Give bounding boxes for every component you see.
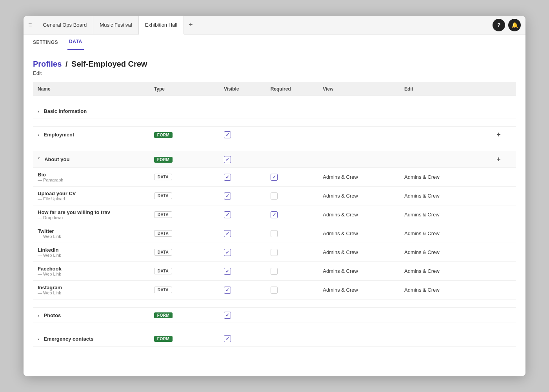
tab-music-festival[interactable]: Music Festival bbox=[93, 16, 138, 34]
field-cv-required[interactable] bbox=[266, 187, 318, 205]
section-photos-type: FORM bbox=[149, 308, 219, 323]
field-facebook-type: DATA bbox=[149, 262, 219, 281]
section-basic-information-action bbox=[481, 104, 516, 118]
tab-exhibition-hall[interactable]: Exhibition Hall bbox=[139, 16, 184, 34]
tab-data-label: DATA bbox=[69, 39, 82, 44]
section-emergency-contacts: › Emergency contacts FORM bbox=[33, 331, 516, 347]
plus-about-you[interactable]: + bbox=[486, 155, 511, 163]
notification-button[interactable]: 🔔 bbox=[508, 19, 521, 31]
field-bio-required[interactable] bbox=[266, 168, 318, 187]
breadcrumb-current: Self-Employed Crew bbox=[71, 60, 147, 68]
field-linkedin-visible[interactable] bbox=[219, 243, 266, 262]
plus-employment[interactable]: + bbox=[486, 131, 511, 139]
check-photos-visible[interactable] bbox=[224, 312, 231, 319]
table-header-row: Name Type Visible Required View Edit bbox=[33, 82, 516, 96]
col-header-view: View bbox=[318, 82, 400, 96]
tab-general-ops[interactable]: General Ops Board bbox=[36, 16, 93, 34]
section-about-you-required bbox=[266, 151, 318, 168]
check-about-you-visible[interactable] bbox=[224, 156, 231, 163]
check-cv-required[interactable] bbox=[271, 192, 278, 200]
field-facebook-visible[interactable] bbox=[219, 262, 266, 281]
check-instagram-visible[interactable] bbox=[224, 287, 231, 294]
section-employment-action[interactable]: + bbox=[481, 127, 516, 143]
section-about-you-edit bbox=[400, 151, 481, 168]
field-bio-action bbox=[481, 168, 516, 187]
check-travel-required[interactable] bbox=[271, 211, 278, 218]
tab-add-button[interactable]: + bbox=[184, 21, 198, 29]
row-travel: How far are you willing to trav — Dropdo… bbox=[33, 205, 516, 224]
breadcrumb-link[interactable]: Profiles bbox=[33, 60, 62, 68]
chevron-employment[interactable]: › bbox=[38, 132, 39, 137]
section-emergency-name[interactable]: › Emergency contacts bbox=[33, 331, 149, 347]
field-facebook-edit: Admins & Crew bbox=[400, 262, 481, 281]
field-cv-visible[interactable] bbox=[219, 187, 266, 205]
menu-icon[interactable]: ≡ bbox=[28, 22, 32, 29]
check-cv-visible[interactable] bbox=[224, 192, 231, 200]
field-twitter-view: Admins & Crew bbox=[318, 224, 400, 243]
check-twitter-visible[interactable] bbox=[224, 230, 231, 237]
field-facebook-required[interactable] bbox=[266, 262, 318, 281]
tab-settings[interactable]: SETTINGS bbox=[31, 34, 60, 50]
chevron-photos[interactable]: › bbox=[38, 313, 39, 318]
tab-bar: ≡ General Ops Board Music Festival Exhib… bbox=[24, 16, 525, 34]
linkedin-label: LinkedIn bbox=[38, 247, 145, 253]
section-employment-edit bbox=[400, 127, 481, 143]
tab-settings-label: SETTINGS bbox=[33, 40, 58, 45]
field-bio-visible[interactable] bbox=[219, 168, 266, 187]
check-emergency-visible[interactable] bbox=[224, 335, 231, 342]
check-instagram-required[interactable] bbox=[271, 287, 278, 294]
edit-label[interactable]: Edit bbox=[33, 70, 516, 76]
section-employment-name[interactable]: › Employment bbox=[33, 127, 149, 143]
check-linkedin-visible[interactable] bbox=[224, 249, 231, 256]
field-linkedin-required[interactable] bbox=[266, 243, 318, 262]
section-photos-visible[interactable] bbox=[219, 308, 266, 323]
facebook-sub: — Web Link bbox=[38, 272, 145, 276]
field-instagram-visible[interactable] bbox=[219, 281, 266, 299]
check-travel-visible[interactable] bbox=[224, 211, 231, 218]
tab-data[interactable]: DATA bbox=[67, 34, 84, 50]
field-twitter-type: DATA bbox=[149, 224, 219, 243]
field-twitter-edit: Admins & Crew bbox=[400, 224, 481, 243]
section-employment-view bbox=[318, 127, 400, 143]
field-linkedin-edit: Admins & Crew bbox=[400, 243, 481, 262]
field-instagram-required[interactable] bbox=[266, 281, 318, 299]
check-facebook-required[interactable] bbox=[271, 268, 278, 275]
section-basic-information-name[interactable]: › Basic Information bbox=[33, 104, 481, 118]
check-facebook-visible[interactable] bbox=[224, 268, 231, 275]
check-twitter-required[interactable] bbox=[271, 230, 278, 237]
section-about-you-name[interactable]: ˅ About you bbox=[33, 151, 149, 168]
field-travel-visible[interactable] bbox=[219, 205, 266, 224]
field-cv-edit: Admins & Crew bbox=[400, 187, 481, 205]
instagram-sub: — Web Link bbox=[38, 290, 145, 295]
section-emergency-type: FORM bbox=[149, 331, 219, 347]
travel-sub: — Dropdown bbox=[38, 215, 145, 220]
main-content: Profiles / Self-Employed Crew Edit Name … bbox=[24, 50, 525, 376]
badge-data-instagram: DATA bbox=[154, 287, 172, 293]
col-header-visible: Visible bbox=[219, 82, 266, 96]
section-basic-information: › Basic Information bbox=[33, 104, 516, 118]
field-twitter-visible[interactable] bbox=[219, 224, 266, 243]
app-window: ≡ General Ops Board Music Festival Exhib… bbox=[24, 16, 525, 376]
check-bio-required[interactable] bbox=[271, 174, 278, 181]
section-emergency-visible[interactable] bbox=[219, 331, 266, 347]
field-facebook-name: Facebook — Web Link bbox=[33, 262, 149, 281]
field-twitter-required[interactable] bbox=[266, 224, 318, 243]
field-cv-type: DATA bbox=[149, 187, 219, 205]
check-linkedin-required[interactable] bbox=[271, 249, 278, 256]
badge-data-cv: DATA bbox=[154, 192, 172, 199]
section-about-you-view bbox=[318, 151, 400, 168]
chevron-emergency[interactable]: › bbox=[38, 337, 39, 341]
field-travel-required[interactable] bbox=[266, 205, 318, 224]
field-facebook-view: Admins & Crew bbox=[318, 262, 400, 281]
chevron-basic-information[interactable]: › bbox=[38, 109, 39, 114]
checkbox-employment-visible[interactable] bbox=[224, 131, 261, 138]
check-bio-visible[interactable] bbox=[224, 174, 231, 181]
section-about-you-action[interactable]: + bbox=[481, 151, 516, 168]
help-button[interactable]: ? bbox=[493, 19, 505, 31]
checkbox-about-you-visible[interactable] bbox=[224, 156, 261, 163]
linkedin-sub: — Web Link bbox=[38, 253, 145, 258]
cv-sub: — File Upload bbox=[38, 196, 145, 201]
check-employment-visible[interactable] bbox=[224, 131, 231, 138]
chevron-about-you[interactable]: ˅ bbox=[38, 157, 40, 162]
section-photos-name[interactable]: › Photos bbox=[33, 308, 149, 323]
